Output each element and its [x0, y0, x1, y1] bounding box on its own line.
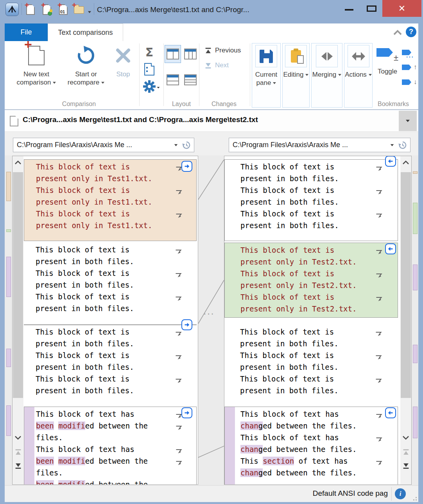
previous-change-scroll-button[interactable]	[400, 446, 411, 457]
diff-line[interactable]: present in both files.	[225, 196, 398, 208]
overview-marker-tan[interactable]	[413, 171, 418, 174]
diff-line[interactable]: present only in Test1.txt.	[24, 173, 196, 184]
diff-line[interactable]: This block of text has	[24, 408, 196, 420]
layout-two-columns-button[interactable]	[165, 45, 181, 63]
quick-access-dropdown[interactable]	[88, 8, 91, 15]
right-file-path-combobox[interactable]: C:\Program Files\Araxis\Araxis Me ...	[229, 138, 410, 152]
maximize-button[interactable]	[367, 5, 376, 12]
diff-line[interactable]: changed between the files.	[225, 467, 398, 479]
info-button[interactable]: i	[395, 488, 406, 499]
scroll-up-button[interactable]	[400, 157, 411, 168]
merge-right-button[interactable]	[181, 161, 192, 172]
toggle-bookmark-button[interactable]: ± Toggle	[374, 43, 401, 76]
diff-line[interactable]: This block of text is	[24, 326, 197, 338]
scroll-down-button[interactable]	[13, 432, 23, 443]
diff-line[interactable]: present in both files.	[225, 220, 398, 231]
next-bookmark-button[interactable]: ↓	[402, 75, 421, 90]
actions-button[interactable]: Actions	[344, 43, 373, 108]
history-icon[interactable]	[398, 140, 407, 150]
merge-right-button[interactable]	[181, 407, 192, 418]
diff-line[interactable]: This block of text has	[24, 443, 196, 455]
diff-line[interactable]: This block of text is	[224, 349, 398, 361]
diff-line[interactable]: present in both files.	[24, 361, 197, 373]
comparison-settings-button[interactable]	[140, 78, 159, 95]
diff-line[interactable]: This section of text has	[225, 455, 398, 467]
diff-line[interactable]: present in both files.	[224, 385, 398, 396]
diff-line[interactable]: present only in Test1.txt.	[24, 196, 196, 208]
stop-button[interactable]: Stop	[111, 43, 135, 78]
previous-bookmark-button[interactable]: ↑	[402, 60, 421, 75]
diff-line[interactable]: This block of text is	[24, 244, 197, 256]
diff-line[interactable]: This block of text has	[225, 408, 398, 420]
next-change-scroll-button[interactable]	[13, 460, 23, 471]
resize-grip[interactable]	[411, 495, 417, 500]
overview-marker-purple[interactable]	[6, 349, 11, 367]
diff-line[interactable]: present in both files.	[225, 173, 398, 184]
statistics-button[interactable]: Σ	[140, 43, 159, 61]
history-icon[interactable]	[182, 140, 191, 150]
diff-line[interactable]: present only in Test1.txt.	[24, 220, 196, 231]
diff-line[interactable]: files.	[24, 432, 196, 443]
diff-line[interactable]: This block of text is	[225, 244, 398, 256]
diff-line[interactable]: This block of text is	[24, 208, 196, 220]
new-text-comparison-quick-button[interactable]: +	[24, 4, 36, 15]
diff-line[interactable]: This block of text is	[225, 208, 398, 220]
diff-line[interactable]: changed between the files.	[225, 420, 398, 432]
diff-line[interactable]: This block of text is	[225, 268, 398, 279]
collapse-ribbon-button[interactable]	[391, 27, 404, 38]
left-text-editor[interactable]: This block of text ispresent only in Tes…	[24, 156, 197, 484]
layout-three-columns-button[interactable]	[182, 45, 199, 63]
right-text-editor[interactable]: This block of text ispresent in both fil…	[224, 156, 398, 484]
diff-line[interactable]: present in both files.	[24, 302, 197, 314]
new-folder-comparison-quick-button[interactable]: +	[73, 4, 84, 15]
layout-three-rows-button[interactable]	[182, 71, 199, 89]
diff-line[interactable]: This block of text is	[24, 373, 197, 385]
minimize-button[interactable]	[345, 9, 353, 11]
tab-text-comparisons[interactable]: Text comparisons	[48, 23, 123, 41]
new-text-comparison-button[interactable]: + New text comparison	[12, 43, 61, 86]
merge-right-button[interactable]	[181, 319, 192, 330]
scroll-up-button[interactable]	[13, 157, 23, 168]
diff-line[interactable]: This block of text is	[24, 184, 196, 196]
merge-left-button[interactable]	[385, 156, 396, 167]
diff-line[interactable]: This block of text is	[24, 161, 196, 173]
right-overview-strip[interactable]	[413, 156, 418, 484]
overview-marker-green[interactable]	[6, 229, 11, 232]
overview-marker-tan[interactable]	[6, 172, 11, 201]
merging-button[interactable]: Merging	[311, 43, 342, 108]
scrollbar-thumb[interactable]	[13, 172, 23, 398]
start-or-recompare-button[interactable]: Start or recompare	[63, 43, 109, 86]
next-change-scroll-button[interactable]	[400, 460, 411, 471]
left-file-path-combobox[interactable]: C:\Program Files\Araxis\Araxis Me ...	[13, 138, 194, 152]
document-list-dropdown[interactable]	[399, 111, 417, 131]
diff-line[interactable]: This block of text is	[24, 267, 197, 279]
diff-line[interactable]: present in both files.	[24, 256, 197, 267]
diff-line[interactable]: This block of text is	[224, 373, 398, 385]
scroll-down-button[interactable]	[400, 432, 411, 443]
overview-marker-purple[interactable]	[413, 265, 418, 290]
comparison-report-button[interactable]	[140, 61, 159, 78]
merge-left-button[interactable]	[385, 407, 396, 418]
diff-line[interactable]: This block of text is	[224, 326, 398, 338]
merge-left-button[interactable]	[385, 243, 396, 254]
diff-line[interactable]: files.	[24, 467, 196, 479]
diff-line[interactable]: present in both files.	[24, 279, 197, 291]
overview-marker-purple[interactable]	[413, 407, 418, 438]
current-pane-button[interactable]: Current pane	[252, 43, 281, 108]
diff-line[interactable]: present only in Test2.txt.	[225, 303, 398, 315]
new-recompared-comparison-quick-button[interactable]: +	[41, 4, 52, 15]
diff-line[interactable]: changed between the files.	[225, 443, 398, 455]
diff-line[interactable]: present in both files.	[224, 338, 398, 349]
diff-line[interactable]: present in both files.	[24, 338, 197, 349]
diff-line[interactable]: This block of text is	[225, 291, 398, 303]
editing-button[interactable]: Editing	[282, 43, 310, 108]
help-button[interactable]: ?	[406, 27, 416, 37]
right-scrollbar[interactable]	[400, 156, 411, 484]
diff-line[interactable]: This block of text has	[225, 432, 398, 443]
new-binary-comparison-quick-button[interactable]: + 01	[57, 4, 69, 15]
diff-line[interactable]: present in both files.	[224, 361, 398, 373]
previous-change-button[interactable]: Previous	[205, 47, 241, 54]
diff-line[interactable]: This block of text is	[225, 161, 398, 173]
close-button[interactable]: ✕	[382, 0, 421, 17]
left-scrollbar[interactable]	[13, 156, 23, 484]
